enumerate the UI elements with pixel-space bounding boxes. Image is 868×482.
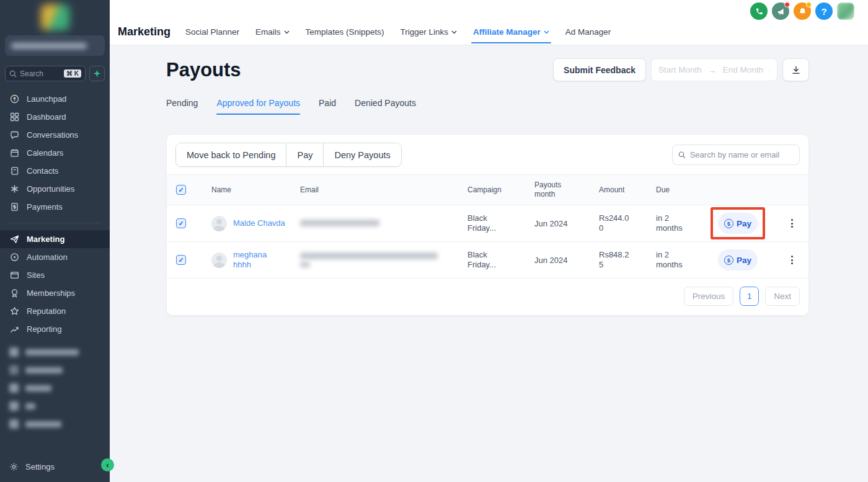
tab-denied-payouts[interactable]: Denied Payouts: [355, 98, 416, 115]
row-checkbox[interactable]: ✓: [176, 255, 186, 265]
browser-icon: [9, 270, 20, 280]
sidebar-item-label: Launchpad: [27, 94, 66, 104]
table-search: [672, 145, 800, 165]
sidebar-nav: Launchpad Dashboard Conversations Calend…: [0, 90, 110, 451]
medal-icon: [9, 288, 20, 298]
app-window: Search ⌘ K Launchpad Dashboard Conversat…: [0, 0, 868, 482]
campaign-cell: Black Friday...: [467, 213, 501, 233]
topnav-tab-emails[interactable]: Emails: [255, 27, 290, 37]
topnav-tab-social-planner[interactable]: Social Planner: [185, 27, 239, 37]
account-name-redacted: [11, 43, 87, 49]
keyboard-shortcut-badge: ⌘ K: [64, 69, 81, 78]
sidebar-item-automation[interactable]: Automation: [0, 248, 110, 266]
sidebar-item-label: Calendars: [27, 148, 63, 158]
move-back-to-pending-button[interactable]: Move back to Pending: [176, 143, 286, 166]
gear-icon: [9, 462, 19, 471]
sidebar-item-calendars[interactable]: Calendars: [0, 144, 110, 162]
page-title: Payouts: [166, 59, 241, 81]
ai-assistant-button[interactable]: [89, 66, 105, 81]
topnav-tab-trigger-links[interactable]: Trigger Links: [400, 27, 457, 37]
export-download-button[interactable]: [782, 58, 809, 81]
sidebar-item-marketing[interactable]: Marketing: [0, 230, 110, 248]
sidebar-item-contacts[interactable]: Contacts: [0, 162, 110, 180]
chevron-down-icon: [451, 30, 457, 34]
notifications-button[interactable]: [794, 2, 811, 20]
sidebar-item-redacted[interactable]: [0, 397, 110, 415]
dashboard-grid-icon: [9, 112, 20, 122]
sidebar-divider: [8, 223, 102, 223]
amount-cell: Rs244.00: [599, 213, 631, 233]
chevron-down-icon: [544, 30, 549, 34]
deny-payouts-button[interactable]: Deny Payouts: [324, 143, 401, 166]
column-header-email: Email: [300, 185, 467, 194]
sidebar-item-reputation[interactable]: Reputation: [0, 302, 110, 320]
page-number-current[interactable]: 1: [740, 287, 759, 306]
section-title: Marketing: [118, 25, 170, 38]
pay-bulk-button[interactable]: Pay: [286, 143, 324, 166]
affiliate-name-link[interactable]: Malde Chavda: [233, 218, 285, 228]
topnav-tab-affiliate-manager[interactable]: Affiliate Manager: [473, 27, 549, 37]
user-avatar[interactable]: [837, 2, 854, 20]
sidebar-item-redacted[interactable]: [0, 361, 110, 379]
email-redacted: [300, 262, 310, 267]
topbar-icon-group: ?: [750, 2, 854, 20]
payouts-card: Move back to Pending Pay Deny Payouts ✓ …: [166, 134, 809, 316]
pay-row-button[interactable]: $ Pay: [718, 249, 758, 270]
avatar: [211, 252, 227, 268]
sidebar-item-label: Payments: [27, 202, 63, 212]
tab-pending[interactable]: Pending: [166, 98, 198, 115]
due-cell: in 2 months: [656, 213, 684, 233]
previous-page-button[interactable]: Previous: [684, 287, 734, 306]
sidebar-item-opportunities[interactable]: Opportunities: [0, 180, 110, 198]
sidebar-search-placeholder: Search: [20, 69, 61, 78]
sidebar-item-label: Memberships: [27, 288, 75, 298]
sparkle-icon: [93, 69, 101, 78]
sidebar-item-settings[interactable]: Settings: [0, 451, 110, 482]
arrow-right-icon: →: [708, 65, 717, 75]
sidebar-item-label: Conversations: [27, 130, 78, 140]
sidebar-item-memberships[interactable]: Memberships: [0, 284, 110, 302]
row-menu-button[interactable]: [789, 216, 795, 230]
search-icon: [9, 70, 17, 78]
affiliate-name-link[interactable]: meghana hhhh: [233, 250, 285, 270]
row-menu-button[interactable]: [789, 253, 795, 267]
sidebar-item-conversations[interactable]: Conversations: [0, 126, 110, 144]
pay-row-button[interactable]: $ Pay: [718, 213, 758, 234]
topnav-tab-ad-manager[interactable]: Ad Manager: [565, 27, 611, 37]
trend-icon: [9, 324, 20, 334]
phone-button[interactable]: [750, 2, 768, 20]
account-switcher[interactable]: [5, 35, 105, 56]
address-book-icon: [9, 166, 20, 176]
sidebar-item-payments[interactable]: Payments: [0, 198, 110, 216]
table-row: ✓ Malde Chavda Black Friday... Jun 2024 …: [167, 205, 808, 242]
next-page-button[interactable]: Next: [765, 287, 800, 306]
avatar-image-redacted: [837, 2, 854, 20]
sidebar-item-launchpad[interactable]: Launchpad: [0, 90, 110, 108]
phone-icon: [755, 7, 763, 16]
submit-feedback-button[interactable]: Submit Feedback: [553, 58, 646, 81]
column-header-due: Due: [656, 185, 711, 194]
sidebar-item-sites[interactable]: Sites: [0, 266, 110, 284]
table-row: ✓ meghana hhhh Black Friday... Jun 2024 …: [167, 242, 808, 279]
select-all-checkbox[interactable]: ✓: [176, 185, 186, 195]
row-checkbox[interactable]: ✓: [176, 218, 186, 228]
sidebar-item-dashboard[interactable]: Dashboard: [0, 108, 110, 126]
tab-approved-for-payouts[interactable]: Approved for Payouts: [216, 98, 300, 115]
help-button[interactable]: ?: [815, 2, 833, 20]
sidebar-item-redacted[interactable]: [0, 343, 110, 361]
notification-dot-yellow: [806, 2, 812, 7]
tab-paid[interactable]: Paid: [319, 98, 336, 115]
email-redacted: [300, 252, 438, 259]
payouts-tabs: Pending Approved for Payouts Paid Denied…: [166, 98, 809, 115]
sidebar-item-redacted[interactable]: [0, 415, 110, 433]
sidebar-item-redacted[interactable]: [0, 379, 110, 397]
sidebar-item-reporting[interactable]: Reporting: [0, 320, 110, 338]
paper-plane-icon: [9, 234, 20, 244]
sidebar-collapse-button[interactable]: ‹: [101, 458, 114, 471]
announcements-button[interactable]: [772, 2, 789, 20]
topnav-tab-templates[interactable]: Templates (Snippets): [306, 27, 384, 37]
end-month-placeholder: End Month: [723, 65, 763, 74]
table-search-input[interactable]: [690, 150, 794, 159]
month-range-picker[interactable]: Start Month → End Month: [651, 58, 777, 81]
sidebar-search-input[interactable]: Search ⌘ K: [5, 66, 86, 81]
